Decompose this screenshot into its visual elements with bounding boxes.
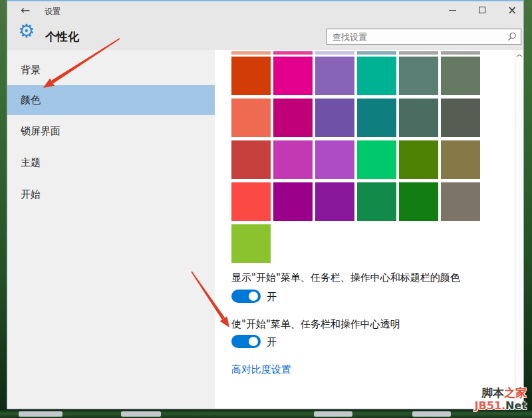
accent-color-swatch[interactable]	[441, 140, 480, 179]
accent-color-swatch[interactable]	[357, 99, 396, 137]
toggle-transparent[interactable]	[231, 335, 261, 348]
accent-color-swatch[interactable]	[399, 140, 438, 179]
accent-color-swatch[interactable]	[273, 99, 313, 137]
accent-color-swatch[interactable]	[399, 182, 438, 221]
setting-show-color-label: 显示"开始"菜单、任务栏、操作中心和标题栏的颜色	[231, 272, 460, 284]
gear-icon: ⚙	[18, 22, 35, 41]
minimize-button[interactable]	[441, 1, 464, 19]
window-title: 设置	[45, 6, 61, 17]
close-icon: ×	[507, 5, 517, 16]
accent-color-swatch[interactable]	[357, 57, 396, 95]
search-icon	[507, 32, 517, 41]
accent-color-swatch[interactable]	[315, 182, 354, 221]
accent-color-swatch[interactable]	[357, 182, 396, 221]
accent-color-strip	[399, 51, 438, 55]
desktop-bottom-strip	[0, 409, 532, 418]
accent-color-strip	[441, 51, 480, 55]
window-chrome: ← 设置 × ⚙ 个性化	[7, 1, 523, 50]
accent-color-swatch[interactable]	[357, 140, 396, 179]
accent-color-swatch[interactable]	[273, 182, 313, 221]
accent-color-swatch[interactable]	[231, 140, 271, 179]
sidebar-item-colors[interactable]: 颜色	[7, 85, 215, 115]
settings-window: ← 设置 × ⚙ 个性化 背景 颜色 锁屏界面 主题 开始 显示"开始"菜单、任…	[7, 0, 524, 409]
accent-color-swatch[interactable]	[315, 57, 354, 95]
toggle-knob	[249, 337, 258, 346]
scroll-up-icon[interactable]: ^	[513, 54, 525, 61]
accent-color-swatch[interactable]	[441, 99, 480, 137]
accent-color-swatch[interactable]	[273, 57, 313, 95]
sidebar-item-background[interactable]: 背景	[7, 59, 215, 81]
accent-color-swatch[interactable]	[315, 140, 354, 179]
toggle-show-color[interactable]	[231, 290, 261, 303]
accent-color-swatch[interactable]	[273, 140, 313, 179]
back-button[interactable]: ←	[17, 3, 34, 17]
maximize-button[interactable]	[471, 1, 493, 19]
accent-color-swatch[interactable]	[399, 99, 438, 137]
sidebar-item-lockscreen[interactable]: 锁屏界面	[7, 120, 215, 142]
scrollbar[interactable]: ^	[515, 50, 523, 409]
background-window-fragment	[412, 411, 451, 417]
high-contrast-link[interactable]: 高对比度设置	[231, 363, 291, 376]
background-window-fragment	[19, 411, 63, 417]
close-button[interactable]: ×	[501, 1, 523, 19]
toggle-show-color-state: 开	[267, 291, 277, 304]
sidebar: 背景 颜色 锁屏界面 主题 开始	[7, 50, 215, 409]
toggle-knob	[249, 292, 258, 301]
toggle-transparent-state: 开	[267, 336, 277, 349]
search-box[interactable]	[327, 29, 521, 45]
sidebar-item-themes[interactable]: 主题	[7, 151, 215, 174]
accent-color-swatch[interactable]	[315, 99, 354, 137]
watermark: 脚本之家 JB51.Net	[475, 387, 527, 412]
accent-color-swatch[interactable]	[231, 57, 271, 95]
background-window-fragment	[121, 411, 161, 417]
setting-transparent-label: 使"开始"菜单、任务栏和操作中心透明	[231, 318, 400, 331]
accent-color-strip	[357, 51, 396, 55]
sidebar-item-start[interactable]: 开始	[7, 183, 215, 206]
accent-color-strip	[273, 51, 313, 55]
accent-color-swatch[interactable]	[441, 182, 480, 221]
accent-color-swatch[interactable]	[399, 57, 438, 95]
page-title: 个性化	[45, 29, 79, 45]
accent-color-strip	[231, 51, 271, 55]
background-window-fragment	[314, 411, 352, 417]
accent-color-swatch[interactable]	[231, 99, 271, 137]
maximize-icon	[479, 7, 485, 13]
search-input[interactable]	[332, 32, 507, 42]
accent-color-swatch[interactable]	[231, 224, 271, 263]
color-grid	[231, 51, 484, 264]
accent-color-strip	[315, 51, 354, 55]
accent-color-swatch[interactable]	[441, 57, 480, 95]
accent-color-swatch[interactable]	[231, 182, 271, 221]
minimize-icon	[449, 10, 456, 11]
